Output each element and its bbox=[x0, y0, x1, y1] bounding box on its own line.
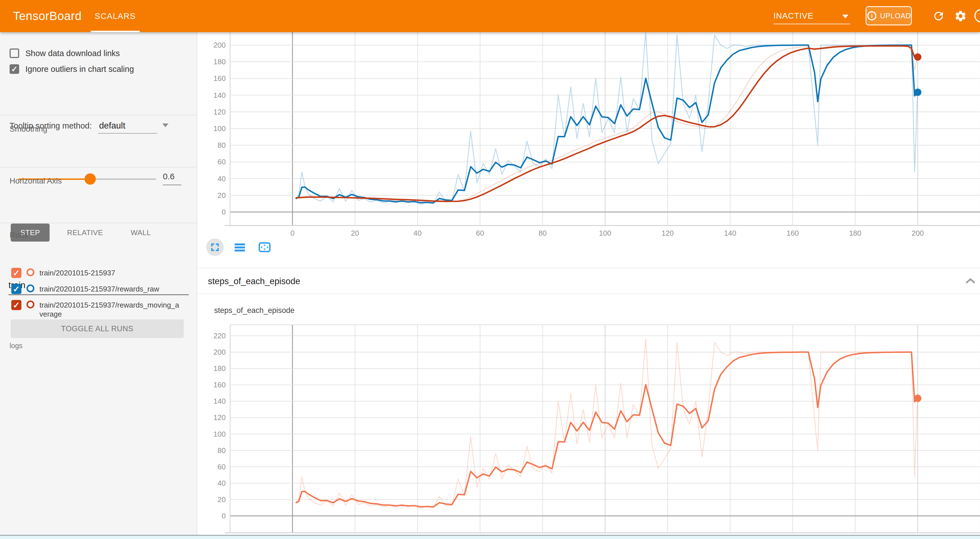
svg-text:180: 180 bbox=[849, 229, 861, 238]
expand-chart-button[interactable] bbox=[206, 239, 224, 256]
svg-text:60: 60 bbox=[476, 229, 484, 238]
help-icon[interactable] bbox=[974, 9, 980, 22]
divider bbox=[0, 223, 197, 223]
svg-text:80: 80 bbox=[218, 446, 226, 455]
svg-text:80: 80 bbox=[218, 141, 226, 150]
upload-button[interactable]: UPLOAD bbox=[865, 6, 912, 26]
info-icon bbox=[867, 10, 877, 21]
run-label: train/20201015-215937/rewards_raw bbox=[40, 284, 180, 293]
slider-knob[interactable] bbox=[84, 173, 96, 185]
chevron-down-icon bbox=[842, 15, 848, 18]
svg-text:0: 0 bbox=[222, 208, 226, 216]
show-download-links-label: Show data download links bbox=[25, 49, 120, 58]
run-label: train/20201015-215937/rewards_moving_ave… bbox=[40, 300, 180, 319]
gear-icon bbox=[954, 10, 967, 22]
svg-text:80: 80 bbox=[538, 229, 547, 238]
section-title: steps_of_each_episode bbox=[208, 276, 300, 286]
svg-text:40: 40 bbox=[218, 174, 226, 183]
run-row[interactable]: ✓ train/20201015-215937/rewards_raw bbox=[11, 284, 180, 294]
settings-button[interactable] bbox=[954, 10, 967, 22]
svg-text:0: 0 bbox=[222, 512, 226, 520]
svg-text:140: 140 bbox=[724, 229, 736, 238]
divider bbox=[198, 268, 980, 268]
runs-label: Runs bbox=[10, 231, 28, 239]
svg-text:200: 200 bbox=[213, 348, 226, 356]
horizontal-axis-toggle: STEP RELATIVE WALL bbox=[11, 223, 161, 242]
svg-text:120: 120 bbox=[662, 229, 674, 238]
svg-text:160: 160 bbox=[213, 381, 226, 389]
svg-text:200: 200 bbox=[912, 229, 924, 238]
run-checkbox[interactable]: ✓ bbox=[11, 268, 21, 278]
svg-text:60: 60 bbox=[218, 158, 226, 166]
fit-domain-button[interactable] bbox=[256, 239, 273, 256]
show-download-links-row[interactable]: Show data download links bbox=[10, 48, 120, 58]
run-row[interactable]: ✓ train/20201015-215937/rewards_moving_a… bbox=[11, 300, 180, 319]
svg-text:180: 180 bbox=[213, 364, 226, 373]
ignore-outliers-row[interactable]: ✓ Ignore outliers in chart scaling bbox=[10, 64, 134, 74]
run-color-circle-icon bbox=[27, 268, 34, 276]
refresh-button[interactable] bbox=[932, 10, 945, 22]
steps-chart[interactable]: 020406080100120140160180200220 bbox=[198, 321, 980, 539]
divider bbox=[0, 167, 197, 167]
svg-text:120: 120 bbox=[213, 108, 226, 116]
run-checkbox[interactable]: ✓ bbox=[11, 284, 21, 294]
axis-wall-button[interactable]: WALL bbox=[121, 223, 161, 242]
run-label: train/20201015-215937 bbox=[40, 268, 180, 277]
chevron-down-icon bbox=[162, 123, 169, 127]
svg-text:200: 200 bbox=[213, 41, 226, 49]
divider bbox=[0, 115, 197, 115]
svg-text:20: 20 bbox=[218, 191, 226, 199]
checkbox-checked-icon[interactable]: ✓ bbox=[10, 64, 19, 74]
run-color-circle-icon bbox=[27, 300, 34, 308]
tab-active-underline bbox=[91, 31, 140, 32]
svg-text:60: 60 bbox=[218, 462, 226, 471]
app-title: TensorBoard bbox=[13, 9, 82, 23]
collapse-section-button[interactable] bbox=[965, 277, 976, 285]
svg-text:180: 180 bbox=[213, 57, 226, 66]
horizontal-axis-label: Horizontal Axis bbox=[10, 177, 62, 185]
ignore-outliers-label: Ignore outliers in chart scaling bbox=[25, 65, 134, 74]
smoothing-value-input[interactable]: 0.6 bbox=[163, 172, 181, 185]
logs-text: logs bbox=[10, 342, 22, 350]
svg-text:160: 160 bbox=[213, 74, 226, 83]
svg-text:100: 100 bbox=[213, 124, 226, 133]
tooltip-sorting-value: default bbox=[99, 121, 126, 131]
svg-text:100: 100 bbox=[213, 430, 226, 439]
rewards-chart[interactable]: 0204060801001201401601802000204060801001… bbox=[198, 32, 980, 238]
tab-scalars[interactable]: SCALARS bbox=[91, 0, 140, 32]
svg-text:40: 40 bbox=[414, 229, 422, 238]
smoothing-label: Smoothing bbox=[10, 124, 47, 134]
fit-to-data-icon bbox=[258, 242, 271, 253]
chevron-up-icon bbox=[965, 277, 976, 285]
main-content: 0204060801001201401601802000204060801001… bbox=[198, 32, 980, 539]
svg-text:120: 120 bbox=[213, 413, 226, 422]
upload-button-label: UPLOAD bbox=[880, 11, 911, 20]
svg-text:140: 140 bbox=[213, 397, 226, 405]
axis-relative-button[interactable]: RELATIVE bbox=[57, 223, 113, 242]
app-header: TensorBoard SCALARS INACTIVE UPLOAD bbox=[0, 0, 980, 32]
run-row[interactable]: ✓ train/20201015-215937 bbox=[11, 268, 180, 278]
svg-text:0: 0 bbox=[291, 229, 294, 238]
svg-text:220: 220 bbox=[213, 332, 226, 340]
svg-text:20: 20 bbox=[351, 229, 359, 238]
chart-card-title: steps_of_each_episode bbox=[214, 306, 294, 315]
status-dropdown-value: INACTIVE bbox=[773, 11, 813, 21]
settings-sidebar: Show data download links ✓ Ignore outlie… bbox=[0, 32, 197, 535]
tab-scalars-label: SCALARS bbox=[95, 11, 136, 21]
checkbox-unchecked-icon[interactable] bbox=[10, 48, 19, 58]
bottom-panel-edge bbox=[0, 535, 980, 539]
chart-toolbar bbox=[206, 239, 273, 256]
svg-text:40: 40 bbox=[218, 479, 226, 487]
svg-text:160: 160 bbox=[787, 229, 799, 238]
table-rows-icon bbox=[234, 242, 245, 252]
data-table-button[interactable] bbox=[231, 239, 248, 256]
run-checkbox[interactable]: ✓ bbox=[11, 300, 21, 310]
refresh-icon bbox=[932, 10, 945, 22]
svg-text:140: 140 bbox=[213, 91, 226, 99]
fullscreen-icon bbox=[210, 242, 220, 252]
status-dropdown[interactable]: INACTIVE bbox=[773, 8, 850, 24]
toggle-all-runs-button[interactable]: TOGGLE ALL RUNS bbox=[11, 319, 184, 338]
tooltip-sorting-select[interactable]: default bbox=[98, 120, 157, 134]
divider bbox=[198, 293, 980, 294]
run-color-circle-icon bbox=[27, 284, 34, 292]
